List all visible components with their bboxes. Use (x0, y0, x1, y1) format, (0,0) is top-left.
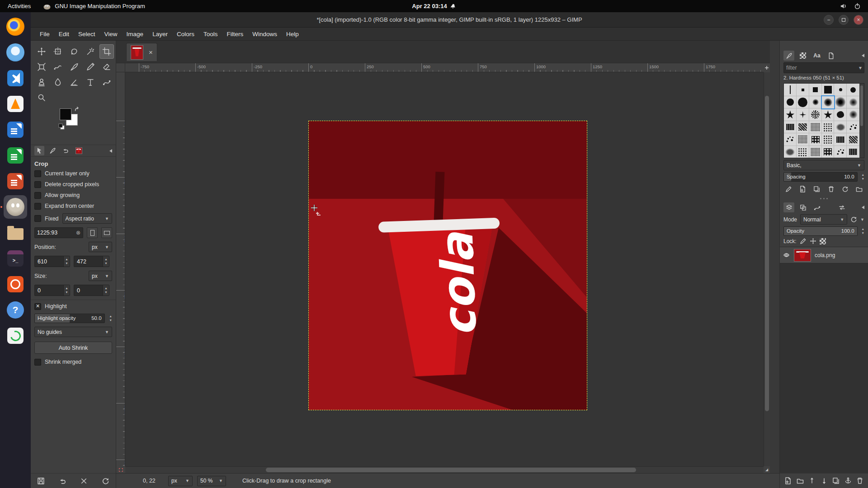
delete-tool-preset-icon[interactable] (80, 477, 88, 485)
tool-alignment-icon[interactable] (51, 44, 65, 59)
checkbox[interactable] (34, 192, 41, 199)
brush-filter-input[interactable]: filter ▾ (783, 62, 864, 73)
vertical-scrollbar[interactable] (764, 72, 770, 466)
scrollbar-thumb[interactable] (266, 468, 636, 472)
brush-cell[interactable] (784, 121, 797, 134)
brush-cell[interactable] (822, 108, 835, 121)
minimize-button[interactable]: − (824, 15, 834, 25)
brush-cell[interactable] (834, 84, 847, 96)
blue-app-dock-icon[interactable] (4, 41, 27, 64)
fixed-mode-dropdown[interactable]: Aspect ratio▼ (62, 213, 112, 224)
brush-cell[interactable] (847, 84, 859, 96)
foreground-color-swatch[interactable] (60, 108, 71, 120)
status-unit-dropdown[interactable]: px▼ (168, 476, 193, 486)
portrait-orientation-button[interactable] (87, 227, 98, 238)
spacing-slider[interactable]: Spacing 10.0 (783, 172, 858, 182)
menu-filters[interactable]: Filters (222, 29, 248, 39)
delete-brush-icon[interactable] (828, 186, 835, 192)
brush-cell[interactable] (784, 108, 797, 121)
brush-cell[interactable] (797, 84, 809, 96)
brush-cell[interactable] (834, 146, 847, 159)
layer-thumbnail[interactable] (794, 249, 811, 262)
shrink-merged-checkbox[interactable] (34, 359, 41, 366)
vlc-dock-icon[interactable] (4, 92, 27, 116)
brush-cell[interactable] (847, 121, 859, 134)
raise-layer-icon[interactable] (808, 477, 816, 484)
navigation-corner-button[interactable] (764, 63, 770, 72)
open-brush-icon[interactable] (856, 186, 863, 192)
channels-tab[interactable] (797, 202, 808, 212)
menu-windows[interactable]: Windows (248, 29, 282, 39)
position-unit-dropdown[interactable]: px▼ (89, 242, 112, 252)
brushes-tab[interactable] (783, 51, 794, 61)
duplicate-brush-icon[interactable] (813, 186, 820, 192)
maximize-button[interactable] (839, 15, 849, 25)
spinner-icons[interactable]: ▲▼ (109, 314, 112, 322)
window-titlebar[interactable]: *[cola] (imported)-1.0 (RGB color 8-bit … (31, 12, 868, 28)
images-tab[interactable] (74, 146, 84, 155)
brush-grid-scrollbar[interactable] (859, 84, 864, 158)
tool-move-icon[interactable] (34, 44, 49, 59)
undo-history-tab[interactable] (61, 146, 71, 155)
brush-cell[interactable] (784, 146, 797, 159)
tool-paintbrush-icon[interactable] (67, 60, 81, 74)
tool-measure-icon[interactable] (67, 75, 81, 89)
dock-tab-menu-icon[interactable] (862, 206, 864, 209)
firefox-dock-icon[interactable] (4, 15, 27, 38)
volume-icon[interactable] (840, 3, 847, 9)
image-tab-cola[interactable]: × (126, 43, 157, 61)
menu-edit[interactable]: Edit (54, 29, 74, 39)
dock-tab-menu-icon[interactable] (109, 149, 112, 153)
checkbox[interactable] (34, 181, 41, 188)
swap-dock-icon[interactable] (837, 202, 848, 212)
tool-zoom-icon[interactable] (34, 90, 49, 105)
new-group-icon[interactable] (797, 477, 804, 484)
brush-cell[interactable] (809, 108, 822, 121)
mode-menu-icon[interactable]: ▼ (860, 217, 864, 222)
brush-cell[interactable] (797, 133, 809, 146)
device-status-tab[interactable] (47, 146, 57, 155)
spinner-icons[interactable]: ▲▼ (862, 227, 864, 235)
files-dock-icon[interactable] (4, 221, 27, 244)
tool-fuzzy-select-icon[interactable] (83, 44, 98, 59)
position-y-input[interactable]: 472 ▲▼ (74, 256, 109, 267)
brush-cell[interactable] (847, 108, 859, 121)
checkbox[interactable] (34, 170, 41, 177)
software-updater-dock-icon[interactable] (4, 324, 27, 347)
tool-clone-icon[interactable] (34, 75, 49, 89)
brush-cell[interactable] (822, 96, 835, 109)
gimp-dock-icon[interactable] (4, 195, 27, 219)
guides-dropdown[interactable]: No guides▼ (34, 327, 112, 337)
brush-cell[interactable] (784, 96, 797, 109)
tool-unified-transform-icon[interactable] (34, 60, 49, 74)
swap-colors-icon[interactable] (74, 107, 80, 114)
scroll-corner-button[interactable]: ◢ (764, 466, 770, 473)
terminal-dock-icon[interactable] (4, 247, 27, 270)
clock-button[interactable]: Apr 22 03:14 (412, 3, 456, 9)
restore-tool-preset-icon[interactable] (59, 477, 66, 485)
save-tool-preset-icon[interactable] (37, 477, 45, 485)
brush-cell[interactable] (809, 133, 822, 146)
opacity-slider[interactable]: Opacity 100.0 (783, 226, 858, 236)
anchor-layer-icon[interactable] (844, 477, 852, 484)
checkbox[interactable] (34, 203, 41, 210)
default-colors-icon[interactable] (58, 123, 65, 131)
close-image-icon[interactable]: × (149, 48, 153, 56)
brush-cell[interactable] (809, 121, 822, 134)
refresh-brushes-icon[interactable] (842, 186, 849, 192)
tool-crop-icon[interactable] (99, 44, 114, 59)
brush-tag-dropdown[interactable]: Basic,▼ (783, 160, 864, 170)
spinner-icons[interactable]: ▲▼ (63, 285, 70, 296)
tool-paths-icon[interactable] (99, 75, 114, 89)
edit-brush-icon[interactable] (785, 186, 792, 192)
size-width-input[interactable]: 0 ▲▼ (34, 285, 70, 296)
tool-text-icon[interactable] (83, 75, 98, 89)
shrink-merged-row[interactable]: Shrink merged (31, 357, 116, 367)
menu-colors[interactable]: Colors (172, 29, 199, 39)
highlight-row[interactable]: Highlight (31, 301, 116, 312)
lock-position-icon[interactable] (810, 238, 816, 244)
brush-cell[interactable] (809, 84, 822, 96)
fonts-tab[interactable]: Aa (811, 51, 822, 61)
highlight-opacity-slider[interactable]: Highlight opacity 50.0 (34, 314, 105, 323)
tool-options-tab[interactable] (34, 146, 44, 155)
